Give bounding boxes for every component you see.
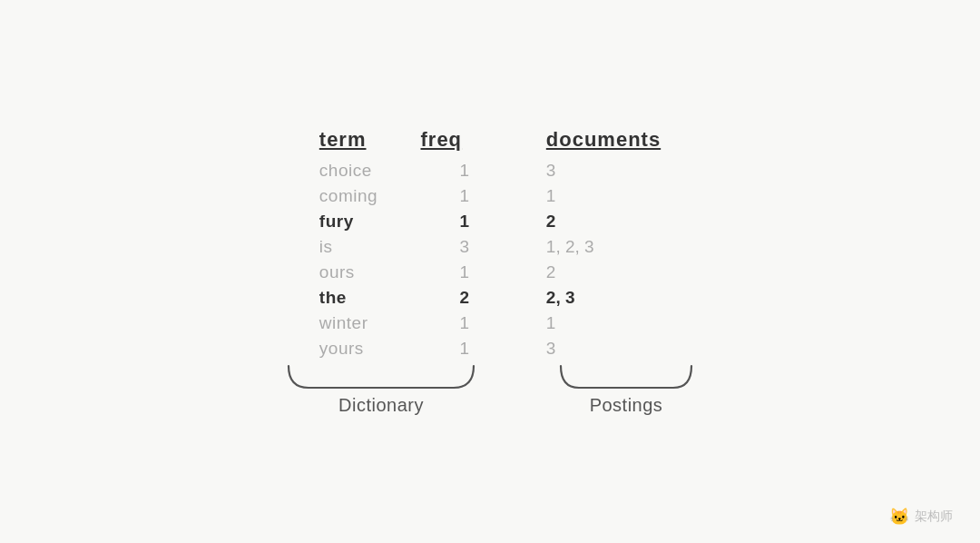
dict-row-7: yours1: [319, 339, 474, 359]
tables-row: term freq choice1coming1fury1is3ours1the…: [319, 128, 661, 359]
term-col-header: term: [319, 128, 367, 152]
freq-cell-4: 1: [456, 262, 474, 282]
docs-cell-2: 2: [546, 212, 619, 232]
docs-cell-7: 3: [546, 339, 619, 359]
dictionary-brace-group: Dictionary: [281, 362, 481, 416]
postings-row-0: 3: [546, 161, 619, 181]
dict-row-5: the2: [319, 288, 474, 308]
freq-cell-5: 2: [456, 288, 474, 308]
term-cell-1: coming: [319, 186, 401, 206]
dict-row-3: is3: [319, 237, 474, 257]
term-cell-7: yours: [319, 339, 401, 359]
freq-cell-2: 1: [456, 212, 474, 232]
term-cell-2: fury: [319, 212, 401, 232]
postings-rows: 3121, 2, 322, 313: [546, 161, 619, 359]
postings-row-1: 1: [546, 186, 619, 206]
postings-row-7: 3: [546, 339, 619, 359]
docs-cell-6: 1: [546, 313, 619, 333]
freq-cell-7: 1: [456, 339, 474, 359]
dict-row-0: choice1: [319, 161, 474, 181]
term-cell-0: choice: [319, 161, 401, 181]
docs-cell-5: 2, 3: [546, 288, 619, 308]
postings-row-3: 1, 2, 3: [546, 237, 619, 257]
dictionary-brace-svg: [281, 362, 481, 391]
postings-section: documents 3121, 2, 322, 313: [546, 128, 661, 359]
dictionary-label: Dictionary: [338, 395, 424, 416]
postings-brace-group: Postings: [554, 362, 699, 416]
docs-cell-4: 2: [546, 262, 619, 282]
term-cell-4: ours: [319, 262, 401, 282]
docs-cell-1: 1: [546, 186, 619, 206]
freq-cell-3: 3: [456, 237, 474, 257]
term-cell-5: the: [319, 288, 401, 308]
main-container: term freq choice1coming1fury1is3ours1the…: [281, 128, 699, 416]
dictionary-section: term freq choice1coming1fury1is3ours1the…: [319, 128, 474, 359]
postings-row-6: 1: [546, 313, 619, 333]
dict-rows: choice1coming1fury1is3ours1the2winter1yo…: [319, 161, 474, 359]
dict-col-headers: term freq: [319, 128, 462, 152]
postings-row-4: 2: [546, 262, 619, 282]
watermark-text: 架构师: [915, 508, 953, 525]
dict-row-2: fury1: [319, 212, 474, 232]
postings-col-headers: documents: [546, 128, 661, 152]
term-cell-6: winter: [319, 313, 401, 333]
term-cell-3: is: [319, 237, 401, 257]
docs-cell-0: 3: [546, 161, 619, 181]
postings-row-2: 2: [546, 212, 619, 232]
labels-row: Dictionary Postings: [281, 362, 699, 416]
freq-cell-1: 1: [456, 186, 474, 206]
freq-col-header: freq: [421, 128, 463, 152]
dict-row-6: winter1: [319, 313, 474, 333]
postings-row-5: 2, 3: [546, 288, 619, 308]
watermark: 🐱 架构师: [889, 507, 953, 527]
freq-cell-0: 1: [456, 161, 474, 181]
freq-cell-6: 1: [456, 313, 474, 333]
docs-cell-3: 1, 2, 3: [546, 237, 619, 257]
docs-col-header: documents: [546, 128, 661, 152]
dict-row-1: coming1: [319, 186, 474, 206]
postings-brace-svg: [554, 362, 699, 391]
watermark-icon: 🐱: [889, 507, 909, 527]
postings-label: Postings: [590, 395, 663, 416]
dict-row-4: ours1: [319, 262, 474, 282]
